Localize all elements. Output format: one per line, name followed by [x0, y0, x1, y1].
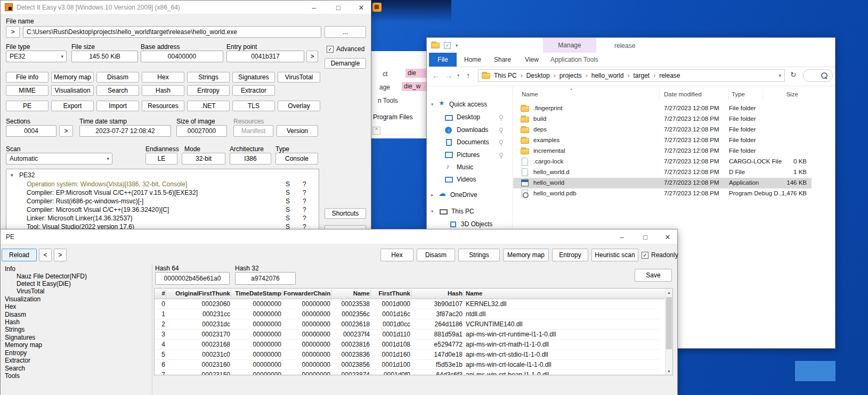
fragment-highlighted-item[interactable]: die	[405, 69, 428, 78]
back-icon[interactable]: ←	[432, 71, 440, 80]
column-header-date-modified[interactable]: Date modified	[664, 91, 702, 97]
sidebar-item-pictures[interactable]: Pictures	[457, 151, 480, 159]
hash-button[interactable]: Hash	[142, 85, 184, 96]
demangle-button[interactable]: Demangle	[325, 58, 366, 69]
manage-contextual-tab[interactable]: Manage	[543, 38, 596, 53]
table-scrollbar[interactable]: ▲ ▼	[665, 289, 672, 375]
tab-share[interactable]: Share	[494, 56, 511, 63]
hex-button[interactable]: Hex	[142, 72, 184, 83]
scan-method-select[interactable]: Automatic▾	[6, 153, 112, 164]
table-row[interactable]: 6 00023160 00000000 00000000 00023856 00…	[155, 360, 659, 370]
architecture-button[interactable]: I386	[230, 153, 271, 164]
tree-item-signatures[interactable]: Signatures	[5, 334, 35, 341]
shortcuts-button[interactable]: Shortcuts	[325, 208, 366, 219]
hash64-value[interactable]: 0000002b456e61a0	[155, 272, 230, 285]
open-file-arrow-button[interactable]: >	[6, 26, 20, 38]
scroll-down-icon[interactable]: ▼	[666, 367, 672, 375]
mime-button[interactable]: MIME	[6, 85, 48, 96]
sidebar-item-onedrive[interactable]: OneDrive	[450, 191, 477, 199]
signature-link[interactable]: S	[286, 215, 290, 222]
info-link[interactable]: ?	[303, 189, 306, 196]
sidebar-item-this-pc[interactable]: This PC	[451, 208, 474, 215]
tree-item-info[interactable]: Info	[5, 265, 15, 273]
result-row[interactable]: Compiler: Rust(i686-pc-windows-msvc)[-]	[27, 198, 143, 205]
breadcrumb-desktop[interactable]: Desktop	[526, 72, 550, 79]
result-row[interactable]: Compiler: EP:Microsoft Visual C/C++(2017…	[27, 189, 198, 196]
type-button[interactable]: Console	[275, 153, 318, 164]
breadcrumb-hello-world[interactable]: hello_world	[591, 72, 624, 79]
info-link[interactable]: ?	[303, 215, 306, 222]
quick-access-chevron-icon[interactable]: ▾	[431, 102, 434, 107]
table-row[interactable]: 5 000231c0 00000000 00000000 00023836 00…	[155, 350, 659, 360]
column-header-size[interactable]: Size	[766, 91, 798, 97]
image-size-value[interactable]: 00027000	[176, 125, 227, 137]
forward-button[interactable]: >	[54, 249, 67, 261]
sidebar-item-downloads[interactable]: Downloads	[457, 126, 488, 134]
tree-item-strings[interactable]: Strings	[5, 326, 25, 333]
info-link[interactable]: ?	[303, 180, 306, 188]
tree-item-search[interactable]: Search	[5, 365, 25, 372]
tree-item-extractor[interactable]: Extractor	[5, 357, 30, 364]
strings-button[interactable]: Strings	[187, 72, 230, 83]
column-header-originalfirstthunk[interactable]: OriginalFirstThunk	[167, 290, 230, 297]
sidebar-item-quick-access[interactable]: Quick access	[449, 101, 487, 108]
breadcrumb-release[interactable]: release	[659, 72, 680, 79]
tree-item-hex[interactable]: Hex	[5, 303, 16, 310]
resources-button[interactable]: Resources	[142, 101, 184, 111]
tree-item-disasm[interactable]: Disasm	[5, 311, 26, 318]
pe-button[interactable]: PE	[6, 101, 48, 111]
breadcrumb-this-pc[interactable]: This PC	[494, 72, 517, 79]
sidebar-item-videos[interactable]: Videos	[457, 176, 476, 183]
column-header-hash[interactable]: Hash	[412, 290, 463, 297]
entry-point-arrow-button[interactable]: >	[306, 51, 318, 62]
save-button[interactable]: Save	[635, 269, 672, 282]
sidebar-item-music[interactable]: Music	[457, 163, 473, 171]
file-row[interactable]: build 7/27/2023 12:08 PM File folder	[513, 114, 833, 125]
sidebar-item-3d-objects[interactable]: 3D Objects	[461, 220, 492, 228]
desktop-shortcut-icon[interactable]	[372, 3, 382, 12]
file-row[interactable]: deps 7/27/2023 12:08 PM File folder	[513, 125, 833, 135]
info-link[interactable]: ?	[303, 198, 306, 205]
tree-item-entropy[interactable]: Entropy	[5, 349, 27, 357]
table-row[interactable]: 3 00023170 00000000 00000000 000237f4 00…	[155, 330, 659, 340]
entry-point-value[interactable]: 0041b317	[226, 51, 304, 62]
maximize-button[interactable]: □	[635, 229, 656, 244]
column-header-name[interactable]: Name	[522, 91, 538, 97]
disasm-button[interactable]: Disasm	[417, 249, 455, 261]
qat-properties-icon[interactable]: ✓	[444, 42, 451, 49]
tab-application-tools[interactable]: Application Tools	[550, 56, 598, 63]
overlay-button[interactable]: Overlay	[278, 101, 320, 111]
search-box[interactable]	[803, 69, 833, 82]
tree-expander-icon[interactable]: ▾	[11, 172, 13, 178]
signature-link[interactable]: S	[286, 189, 290, 196]
file-path-input[interactable]: C:\Users\Rust\Desktop\projects\hello_wor…	[23, 26, 321, 38]
sidebar-item-documents[interactable]: Documents	[457, 138, 489, 146]
file-type-select[interactable]: PE32▾	[6, 51, 67, 62]
hash32-value[interactable]: a9742076	[235, 272, 296, 285]
advanced-checkbox[interactable]: ✓ Advanced	[327, 45, 364, 53]
visualisation-button[interactable]: Visualisation	[51, 85, 94, 96]
fragment-tree-item[interactable]: Program Files	[373, 113, 413, 121]
signature-link[interactable]: S	[286, 206, 290, 213]
forward-icon[interactable]: →	[445, 71, 453, 80]
this-pc-chevron-icon[interactable]: ▾	[431, 209, 434, 214]
sections-count-value[interactable]: 0004	[6, 125, 56, 137]
file-row[interactable]: hello_world.pdb 7/27/2023 12:08 PM Progr…	[513, 188, 833, 199]
minimize-button[interactable]: –	[302, 1, 326, 14]
info-link[interactable]: ?	[303, 206, 306, 213]
column-header-forwarderchain[interactable]: ForwarderChain	[283, 290, 330, 297]
mode-button[interactable]: 32-bit	[182, 153, 225, 164]
column-header-timedatestamp[interactable]: TimeDateStamp	[232, 290, 281, 297]
tree-item-visualization[interactable]: Visualization	[5, 295, 40, 303]
tree-item-nfd[interactable]: Nauz File Detector(NFD)	[17, 273, 87, 280]
signature-link[interactable]: S	[286, 180, 290, 188]
tree-item-die[interactable]: Detect It Easy(DiE)	[17, 280, 71, 287]
breadcrumb-projects[interactable]: projects	[559, 72, 582, 79]
hex-button[interactable]: Hex	[380, 249, 413, 261]
dotnet-button[interactable]: .NET	[187, 101, 230, 111]
import-button[interactable]: Import	[96, 101, 139, 111]
version-button[interactable]: Version	[277, 125, 318, 137]
column-header-name[interactable]: Name	[466, 290, 647, 297]
qat-customize-icon[interactable]: ▾	[456, 43, 458, 48]
tls-button[interactable]: TLS	[232, 101, 275, 111]
